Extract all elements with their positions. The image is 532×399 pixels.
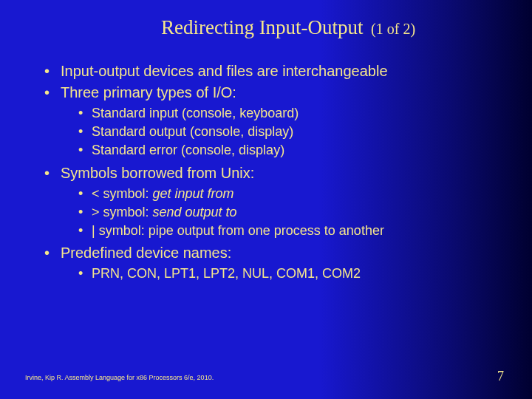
slide: Redirecting Input-Output (1 of 2) Input-… xyxy=(0,0,532,283)
sub-bullet-list: < symbol: get input from > symbol: send … xyxy=(61,185,507,241)
bullet-item: Symbols borrowed from Unix: < symbol: ge… xyxy=(40,163,507,241)
sub-bullet-item: > symbol: send output to xyxy=(74,203,507,222)
sub-bullet-text: PRN, CON, LPT1, LPT2, NUL, COM1, COM2 xyxy=(92,266,361,281)
bullet-item: Three primary types of I/O: Standard inp… xyxy=(40,83,507,160)
sub-bullet-text: > symbol: xyxy=(92,205,153,219)
sub-bullet-item: < symbol: get input from xyxy=(74,185,507,203)
sub-bullet-list: Standard input (console, keyboard) Stand… xyxy=(61,104,507,160)
sub-bullet-italic: get input from xyxy=(153,186,234,201)
bullet-text: Three primary types of I/O: xyxy=(61,84,236,100)
bullet-text: Symbols borrowed from Unix: xyxy=(61,165,254,181)
sub-bullet-italic: send output to xyxy=(153,205,237,219)
slide-title: Redirecting Input-Output xyxy=(161,16,364,38)
bullet-item: Predefined device names: PRN, CON, LPT1,… xyxy=(40,243,507,283)
sub-bullet-text: Standard output (console, display) xyxy=(92,124,293,139)
sub-bullet-list: PRN, CON, LPT1, LPT2, NUL, COM1, COM2 xyxy=(61,265,507,283)
sub-bullet-item: Standard output (console, display) xyxy=(74,123,507,141)
sub-bullet-item: PRN, CON, LPT1, LPT2, NUL, COM1, COM2 xyxy=(74,265,507,283)
slide-subtitle: (1 of 2) xyxy=(371,21,415,37)
sub-bullet-item: Standard input (console, keyboard) xyxy=(74,104,507,123)
title-row: Redirecting Input-Output (1 of 2) xyxy=(25,16,507,39)
sub-bullet-text: Standard error (console, display) xyxy=(92,143,284,157)
sub-bullet-text: < symbol: xyxy=(92,186,153,201)
page-number: 7 xyxy=(497,369,504,384)
sub-bullet-text: Standard input (console, keyboard) xyxy=(92,106,299,120)
footer-citation: Irvine, Kip R. Assembly Language for x86… xyxy=(25,374,214,381)
bullet-text: Input-output devices and files are inter… xyxy=(61,63,388,79)
sub-bullet-text: | symbol: pipe output from one process t… xyxy=(92,223,384,238)
bullet-text: Predefined device names: xyxy=(61,245,231,261)
sub-bullet-item: Standard error (console, display) xyxy=(74,141,507,160)
bullet-list: Input-output devices and files are inter… xyxy=(25,61,507,283)
bullet-item: Input-output devices and files are inter… xyxy=(40,61,507,81)
sub-bullet-item: | symbol: pipe output from one process t… xyxy=(74,222,507,240)
